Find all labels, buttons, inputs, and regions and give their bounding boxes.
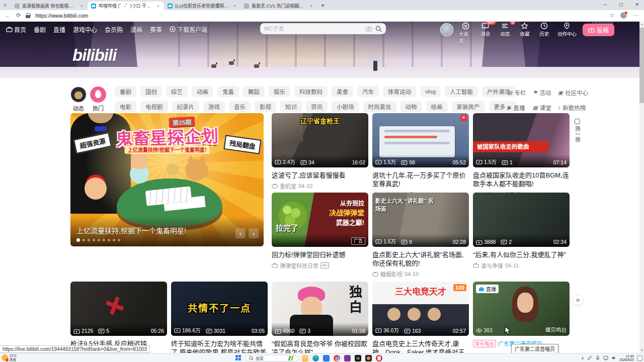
tab-search-chevron-icon[interactable]: ∨: [4, 3, 7, 8]
user-avatar[interactable]: [440, 23, 453, 36]
carousel-prev-button[interactable]: ‹: [235, 228, 246, 238]
netease-music-icon[interactable]: [334, 355, 340, 361]
camera-icon[interactable]: [365, 26, 372, 32]
pill-home[interactable]: 家装房产: [452, 101, 485, 112]
link-community-center[interactable]: ▣社区中心: [558, 88, 588, 97]
address-bar[interactable]: https://www.bilibili.com: [35, 13, 604, 19]
link-articles[interactable]: ▤专栏: [507, 88, 526, 97]
history-menu-item[interactable]: 历史: [537, 22, 551, 37]
link-activities[interactable]: ⚑活动: [532, 88, 551, 97]
bilibili-logo[interactable]: bilibili: [72, 46, 116, 65]
video-thumbnail[interactable]: 3888 2 02:34: [473, 193, 570, 247]
pill-tech[interactable]: 科技数码: [294, 86, 328, 97]
scrollbar-down-arrow[interactable]: ▼: [639, 348, 644, 353]
messages-menu-item[interactable]: 99+ 消息: [478, 22, 493, 37]
dynamics-avatar[interactable]: [70, 86, 87, 103]
video-thumbnail[interactable]: 2125 5 05:26: [70, 282, 167, 336]
video-title[interactable]: 这波亏了,应该留着慢慢看: [272, 171, 368, 179]
pill-dance[interactable]: 舞蹈: [243, 86, 265, 97]
video-thumbnail[interactable]: 共情不了一点 186.6万 3031 03:05: [171, 282, 268, 336]
red-browser-icon[interactable]: [376, 355, 382, 361]
tab-close-icon[interactable]: ×: [156, 3, 160, 9]
display-icon[interactable]: [603, 355, 608, 360]
browser-tab-3[interactable]: (Lo)任职音乐老师便遭网暴阿姨 ×: [164, 2, 240, 10]
upload-button[interactable]: 投稿: [583, 24, 614, 36]
pill-guochuang[interactable]: 国创: [140, 86, 162, 97]
tray-chevron[interactable]: ∧: [581, 356, 584, 360]
pill-bangumi[interactable]: 番剧: [115, 86, 136, 97]
live-thumbnail[interactable]: 直播 383 蝶贝鸣台: [473, 282, 570, 336]
video-title[interactable]: “后来,有人似你三分,我便乱了神”: [473, 250, 570, 259]
nav-live[interactable]: 直播: [53, 25, 65, 34]
shortcut-dynamics[interactable]: 动态: [69, 86, 88, 112]
tab-close-icon[interactable]: ×: [79, 3, 84, 9]
pill-variety[interactable]: 综艺: [166, 86, 188, 97]
browser-tab-4[interactable]: 看歌无 CV1 热门说唱翻唱日谈 ×: [240, 2, 317, 10]
video-thumbnail[interactable]: 辽宁省金枪王 2.4万 34 16:02: [272, 113, 368, 167]
tab-close-icon[interactable]: ×: [232, 3, 237, 9]
taskbar-clock[interactable]: 12:402026/4/20: [619, 354, 634, 362]
new-tab-button[interactable]: +: [317, 2, 329, 10]
window-close-button[interactable]: ✕: [633, 1, 641, 8]
start-button[interactable]: [235, 355, 242, 361]
scrollbar-thumb[interactable]: [639, 28, 644, 103]
dynamics-menu-item[interactable]: 3 动态: [498, 22, 512, 37]
nav-download-client[interactable]: 下载客户端: [170, 25, 207, 34]
carousel-dots[interactable]: [76, 238, 120, 242]
pill-fashion[interactable]: 时尚美妆: [363, 101, 396, 112]
ad-title[interactable]: 回力标!弹弹堂回归补遗憾: [272, 250, 368, 259]
carousel-banner[interactable]: 超强资源 残局翻盘 第25期 鬼畜星探企划 上亿流量扶持!挖掘下一个鬼畜明星! …: [70, 113, 264, 246]
edge-browser-icon[interactable]: [312, 355, 319, 361]
pill-news[interactable]: 资讯: [306, 101, 328, 112]
search-icon[interactable]: [375, 26, 382, 32]
padlock-icon[interactable]: [26, 13, 30, 18]
video-title[interactable]: 盘点被国家队收走的10首BGM,连歌手本人都不能翻唱!: [473, 171, 570, 188]
window-maximize-button[interactable]: ▢: [617, 1, 625, 8]
browser-tab-1[interactable]: 高清极致画质 你也能唱出来 知! ×: [11, 2, 88, 10]
pill-animal[interactable]: 动物: [400, 101, 422, 112]
ad-thumbnail[interactable]: 从夯到拉 决战弹弹堂 武器之巅! 拉完了 广告: [272, 193, 368, 247]
pill-music[interactable]: 音乐: [229, 101, 251, 112]
search-input[interactable]: [264, 26, 362, 32]
link-live[interactable]: ▶直播: [507, 104, 526, 112]
pill-knowledge[interactable]: 知识: [280, 101, 302, 112]
pill-car[interactable]: 汽车: [357, 86, 379, 97]
creator-center-menu-item[interactable]: 创作中心: [557, 22, 577, 37]
shortcut-hot[interactable]: 热门: [89, 86, 108, 112]
back-button[interactable]: ←: [5, 12, 11, 19]
pill-sports[interactable]: 体育运动: [383, 86, 416, 97]
pill-animation[interactable]: 动画: [192, 86, 213, 97]
pill-vlog[interactable]: vlog: [420, 86, 441, 97]
pill-movie[interactable]: 电影: [115, 101, 136, 112]
store-icon[interactable]: [323, 355, 330, 361]
pill-ai[interactable]: 人工智能: [445, 86, 478, 97]
file-explorer-icon[interactable]: [302, 355, 308, 361]
search-box[interactable]: [260, 23, 386, 34]
link-music-chart[interactable]: ♪新歌热榜: [558, 104, 588, 112]
video-thumbnail[interactable]: 影史上六大 “讲礼貌” 名场面 1.5万 9 02:28: [372, 193, 469, 247]
vip-menu-item[interactable]: 大会员: [459, 22, 473, 44]
taskbar-weather[interactable]: 23℃阵雨: [2, 354, 17, 361]
speaker-icon[interactable]: [611, 355, 616, 360]
nav-home[interactable]: 首页: [6, 25, 26, 34]
taskbar-search[interactable]: 搜索: [246, 355, 298, 361]
browser-tab-2-active[interactable]: 哔哩哔哩 (゜-゜)つロ 干杯~-bilibili ×: [88, 2, 164, 10]
nav-game-center[interactable]: 游戏中心: [73, 25, 97, 34]
nav-esports[interactable]: 赛事: [150, 25, 162, 34]
bookmark-star-icon[interactable]: ☆: [609, 12, 614, 19]
browser-menu-icon[interactable]: ⋯: [633, 12, 639, 19]
window-minimize-button[interactable]: ─: [602, 1, 609, 8]
ad-advertiser[interactable]: 弹弹堂科技日常AD: [272, 261, 368, 269]
link-classroom[interactable]: ▦课堂: [532, 104, 551, 112]
pill-entertainment[interactable]: 娱乐: [269, 86, 290, 97]
purple-app-icon[interactable]: [344, 355, 351, 361]
microphone-icon[interactable]: [595, 355, 600, 360]
browser-profile-avatar[interactable]: [620, 12, 627, 19]
change-batch-button[interactable]: 换一换: [573, 119, 581, 144]
carousel-next-button[interactable]: ›: [249, 228, 259, 238]
video-thumbnail[interactable]: 被国家队收走的歌曲 1.5万 1 07:14: [473, 113, 570, 167]
video-thumbnail[interactable]: ✕ 1.5万 98 05:52: [372, 113, 469, 167]
hot-flame-icon[interactable]: [90, 86, 106, 103]
feed-refresh-button[interactable]: ⟳: [573, 295, 584, 306]
pill-game[interactable]: 游戏: [203, 101, 225, 112]
